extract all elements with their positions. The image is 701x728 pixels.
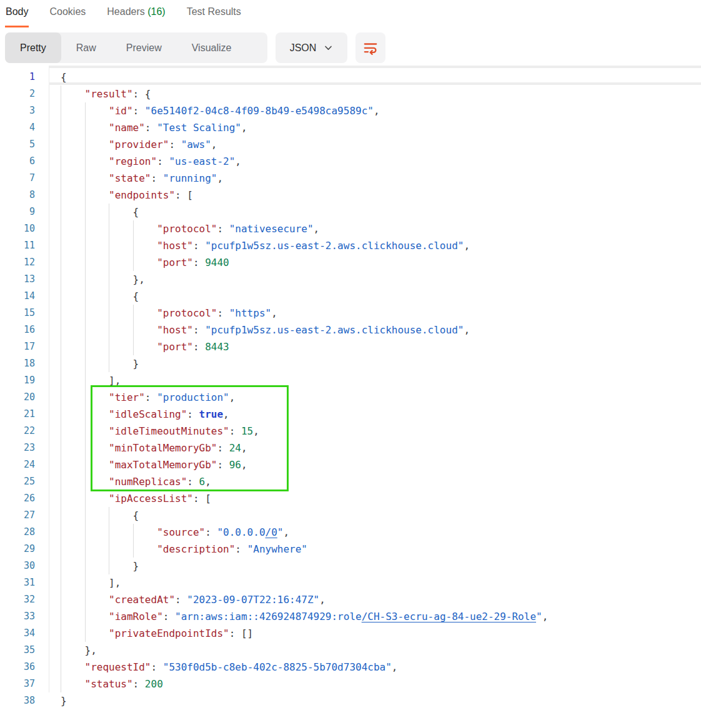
token: "aws" — [181, 139, 211, 150]
code-line: 17 "port": 8443 — [0, 338, 701, 355]
code-text: "description": "Anywhere" — [49, 541, 307, 558]
view-preview[interactable]: Preview — [111, 32, 177, 63]
response-body-editor[interactable]: 1{2 "result": {3 "id": "6e5140f2-04c8-4f… — [0, 69, 701, 709]
indent-guide — [61, 541, 61, 558]
wrap-text-icon — [362, 40, 379, 56]
indent-guide — [109, 254, 109, 271]
code-text: { — [49, 288, 139, 305]
token: : — [157, 155, 169, 167]
indent-guide — [85, 574, 86, 591]
token: , — [211, 139, 217, 150]
line-number: 27 — [0, 507, 49, 524]
tab-body[interactable]: Body — [5, 5, 29, 27]
view-pretty[interactable]: Pretty — [5, 32, 61, 63]
indent-guide — [85, 288, 86, 305]
token: "id" — [109, 105, 133, 117]
code-line: 3 "id": "6e5140f2-04c8-4f09-8b49-e5498ca… — [0, 102, 701, 119]
indent-guide — [109, 305, 109, 322]
indent-guide — [61, 473, 61, 490]
token: "0.0.0.0 — [217, 526, 265, 538]
token: 6 — [199, 476, 206, 488]
token: , — [223, 408, 229, 420]
indent-guide — [85, 204, 86, 220]
indent-guide — [85, 423, 86, 440]
code-text: } — [49, 692, 67, 709]
indent-guide — [85, 372, 86, 389]
code-text: "createdAt": "2023-09-07T22:16:47Z", — [49, 591, 326, 608]
token: , — [229, 391, 236, 403]
indent-guide — [133, 338, 134, 355]
token: "nativesecure" — [229, 223, 314, 235]
indent-guide — [61, 254, 61, 271]
language-dropdown[interactable]: JSON — [276, 32, 347, 63]
tab-headers[interactable]: Headers (16) — [106, 5, 166, 27]
token: "port" — [157, 257, 193, 268]
line-number: 22 — [0, 423, 49, 440]
line-number: 9 — [0, 204, 49, 220]
code-line: 35 }, — [0, 642, 701, 659]
code-line: 13 }, — [0, 271, 701, 288]
token: 8443 — [205, 341, 229, 353]
token: "ipAccessList" — [109, 493, 193, 504]
token: "tier" — [109, 391, 145, 403]
token: , — [241, 122, 247, 134]
token: " — [536, 611, 542, 622]
line-number: 7 — [0, 170, 49, 187]
token: } — [133, 560, 139, 572]
line-number: 36 — [0, 659, 49, 676]
token: "endpoints" — [109, 189, 175, 201]
indent-guide — [85, 322, 86, 338]
token: "host" — [157, 324, 193, 336]
line-number: 16 — [0, 322, 49, 338]
token: { — [133, 290, 139, 302]
token: : — [193, 341, 205, 353]
indent-guide — [133, 541, 134, 558]
token: : — [217, 223, 229, 235]
tab-test-results[interactable]: Test Results — [186, 5, 242, 27]
code-line: 27 { — [0, 507, 701, 524]
indent-guide — [133, 254, 134, 271]
indent-guide — [61, 355, 61, 372]
language-dropdown-label: JSON — [290, 42, 317, 54]
code-text: "host": "pcufp1w5sz.us-east-2.aws.clickh… — [49, 322, 470, 338]
indent-guide — [85, 406, 86, 423]
tab-cookies[interactable]: Cookies — [49, 5, 86, 27]
token: , — [253, 425, 259, 437]
line-number: 20 — [0, 389, 49, 406]
view-raw[interactable]: Raw — [61, 32, 111, 63]
token: "pcufp1w5sz.us-east-2.aws.clickhouse.clo… — [205, 240, 464, 252]
indent-guide — [85, 237, 86, 254]
wrap-text-button[interactable] — [355, 32, 385, 63]
view-visualize[interactable]: Visualize — [177, 32, 247, 63]
indent-guide — [85, 440, 86, 456]
indent-guide — [61, 204, 61, 220]
response-tabs: Body Cookies Headers (16) Test Results — [0, 0, 701, 27]
token: : — [217, 307, 229, 319]
token: , — [241, 459, 247, 471]
tab-label: Test Results — [187, 6, 241, 17]
code-line: 10 "protocol": "nativesecure", — [0, 220, 701, 237]
token: : — [229, 425, 241, 437]
token: : [] — [229, 627, 254, 639]
code-line: 36 "requestId": "530f0d5b-c8eb-402c-8825… — [0, 659, 701, 676]
token: "minTotalMemoryGb" — [109, 442, 217, 454]
token: { — [133, 509, 139, 521]
indent-guide — [61, 119, 61, 136]
token: { — [61, 71, 67, 83]
indent-guide — [85, 355, 86, 372]
indent-guide — [61, 288, 61, 305]
indent-guide — [61, 220, 61, 237]
code-line: 9 { — [0, 204, 701, 220]
code-text: { — [49, 69, 67, 86]
token: "state" — [109, 172, 151, 184]
token: "source" — [157, 526, 205, 538]
line-number: 2 — [0, 86, 49, 102]
token: "name" — [109, 122, 145, 134]
token: "numReplicas" — [109, 476, 187, 488]
indent-guide — [61, 440, 61, 456]
token: "idleScaling" — [109, 408, 187, 420]
indent-guide — [109, 541, 109, 558]
token: "530f0d5b-c8eb-402c-8825-5b70d7304cba" — [163, 661, 392, 673]
indent-guide — [85, 170, 86, 187]
code-text: "idleScaling": true, — [49, 406, 229, 423]
